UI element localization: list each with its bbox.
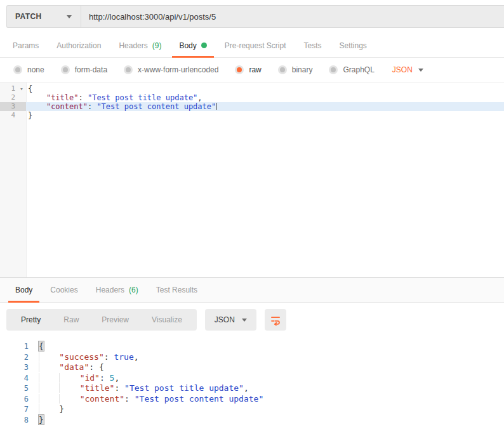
view-preview-button[interactable]: Preview: [90, 315, 140, 324]
response-tabs: Body Cookies Headers (6) Test Results: [0, 278, 504, 303]
body-type-binary[interactable]: binary: [278, 65, 313, 74]
tab-label: Settings: [340, 41, 367, 50]
headers-count-badge: (9): [152, 41, 162, 50]
chevron-down-icon: [242, 319, 247, 324]
body-type-none[interactable]: none: [13, 65, 44, 74]
response-toolbar: Pretty Raw Preview Visualize JSON: [0, 303, 504, 337]
view-raw-button[interactable]: Raw: [52, 315, 90, 324]
view-visualize-button[interactable]: Visualize: [140, 315, 194, 324]
body-type-x-www-form-urlencoded[interactable]: x-www-form-urlencoded: [124, 65, 218, 74]
code-line[interactable]: 2 "title": "Test post title update",: [0, 93, 504, 102]
line-number: 8: [5, 415, 29, 426]
code-line-content: "id": 5,: [29, 373, 504, 384]
tab-authorization[interactable]: Authorization: [48, 34, 110, 57]
request-url-row: PATCH: [0, 0, 504, 33]
request-url-bar: PATCH: [6, 5, 504, 28]
http-method-dropdown[interactable]: PATCH: [7, 6, 81, 27]
response-tab-headers[interactable]: Headers (6): [87, 278, 147, 302]
tab-pre-request-script[interactable]: Pre-request Script: [216, 34, 295, 57]
response-view-switcher: Pretty Raw Preview Visualize: [6, 309, 197, 331]
wrap-text-button[interactable]: [265, 309, 286, 331]
code-line-content: }: [29, 415, 504, 426]
body-type-form-data[interactable]: form-data: [61, 65, 107, 74]
code-line-content: "content": "Test post content update": [26, 102, 504, 111]
line-number: 7: [5, 404, 29, 415]
response-language-label: JSON: [215, 315, 235, 324]
radio-label: form-data: [75, 65, 107, 74]
code-line: 7 }: [5, 404, 504, 415]
code-line: 1{: [5, 341, 504, 352]
tab-label: Test Results: [156, 286, 197, 294]
tab-label: Body: [179, 41, 196, 50]
raw-language-label: JSON: [392, 65, 413, 74]
radio-label: x-www-form-urlencoded: [138, 65, 218, 74]
response-tab-cookies[interactable]: Cookies: [41, 278, 86, 302]
radio-icon: [61, 65, 70, 74]
response-body-viewer: 1{2 "success": true,3 "data": {4 "id": 5…: [0, 337, 504, 425]
code-line-content: "data": {: [29, 362, 504, 373]
line-number: 3: [0, 102, 17, 111]
line-number: 4: [5, 373, 29, 384]
line-number: 1: [5, 341, 29, 352]
response-language-dropdown[interactable]: JSON: [205, 309, 256, 331]
fold-arrow-icon[interactable]: ▾: [17, 84, 26, 93]
code-line-content: "title": "Test post title update",: [26, 93, 504, 102]
tab-label: Cookies: [50, 286, 77, 294]
code-line[interactable]: 1▾{: [0, 84, 504, 93]
radio-icon: [13, 65, 22, 74]
code-line-content: "title": "Test post title update",: [29, 383, 504, 394]
response-headers-count-badge: (6): [129, 286, 138, 294]
chevron-down-icon: [67, 15, 72, 21]
line-number: 1: [0, 84, 17, 93]
radio-icon: [124, 65, 133, 74]
line-number: 5: [5, 383, 29, 394]
response-tab-test-results[interactable]: Test Results: [147, 278, 206, 302]
radio-label: raw: [249, 65, 261, 74]
tab-label: Authorization: [56, 41, 101, 50]
wrap-text-icon: [270, 314, 281, 326]
code-line: 2 "success": true,: [5, 352, 504, 363]
code-line-content: "content": "Test post content update": [29, 394, 504, 405]
raw-language-dropdown[interactable]: JSON: [392, 65, 423, 74]
request-tabs: Params Authorization Headers (9) Body Pr…: [0, 34, 504, 58]
radio-label: binary: [292, 65, 313, 74]
code-line-content: "success": true,: [29, 352, 504, 363]
code-line-content: }: [29, 404, 504, 415]
body-content-dot-icon: [201, 43, 207, 48]
radio-icon: [329, 65, 338, 74]
tab-params[interactable]: Params: [4, 34, 48, 57]
code-line-content: }: [26, 111, 504, 120]
tab-tests[interactable]: Tests: [295, 34, 330, 57]
code-line: 5 "title": "Test post title update",: [5, 383, 504, 394]
url-input[interactable]: [81, 6, 504, 27]
code-line[interactable]: 4}: [0, 111, 504, 120]
code-line: 4 "id": 5,: [5, 373, 504, 384]
fold-gutter: [17, 93, 26, 102]
code-line[interactable]: 3 "content": "Test post content update": [0, 102, 504, 111]
view-pretty-button[interactable]: Pretty: [10, 315, 52, 324]
radio-label: none: [27, 65, 44, 74]
tab-label: Body: [15, 286, 32, 294]
code-line: 3 "data": {: [5, 362, 504, 373]
body-type-graphql[interactable]: GraphQL: [329, 65, 374, 74]
chevron-down-icon: [418, 69, 423, 74]
line-number: 3: [5, 362, 29, 373]
line-number: 6: [5, 394, 29, 405]
radio-label: GraphQL: [343, 65, 374, 74]
http-method-label: PATCH: [15, 12, 42, 21]
tab-settings[interactable]: Settings: [331, 34, 376, 57]
tab-body[interactable]: Body: [170, 34, 215, 57]
tab-label: Pre-request Script: [225, 41, 286, 50]
response-tab-body[interactable]: Body: [6, 278, 41, 302]
tab-label: Params: [13, 41, 39, 50]
body-type-raw[interactable]: raw: [235, 65, 261, 74]
request-body-editor[interactable]: 1▾{2 "title": "Test post title update",3…: [0, 82, 504, 277]
tab-headers[interactable]: Headers (9): [110, 34, 170, 57]
tab-label: Tests: [303, 41, 321, 50]
tab-label: Headers: [96, 286, 124, 294]
line-number: 2: [5, 352, 29, 363]
line-number: 4: [0, 111, 17, 120]
fold-gutter: [17, 111, 26, 120]
line-number: 2: [0, 93, 17, 102]
code-line-content: {: [29, 341, 504, 352]
